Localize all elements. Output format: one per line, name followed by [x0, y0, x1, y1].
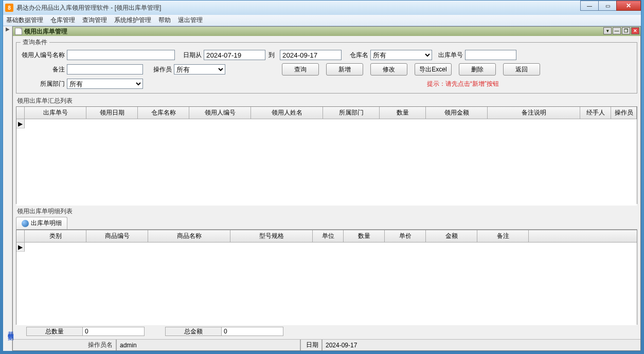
globe-icon — [22, 220, 29, 227]
child-minimize-button[interactable] — [613, 27, 621, 34]
detail-title: 领用出库单明细列表 — [16, 207, 637, 216]
menu-warehouse[interactable]: 仓库管理 — [50, 16, 75, 25]
title-bar: 8 易达办公用品出入库领用管理软件 - [领用出库单管理] — [3, 1, 641, 15]
requester-label: 领用人编号名称 — [21, 51, 65, 60]
dcol-qty[interactable]: 数量 — [344, 230, 385, 242]
dcol-unit[interactable]: 单位 — [313, 230, 344, 242]
menu-basic-data[interactable]: 基础数据管理 — [6, 16, 43, 25]
child-title: 领用出库单管理 — [24, 27, 67, 36]
date-to-label: 到 — [265, 51, 278, 60]
child-title-bar: 领用出库单管理 — [13, 27, 640, 36]
col-dept[interactable]: 所属部门 — [323, 107, 380, 119]
col-reqname[interactable]: 领用人姓名 — [251, 107, 323, 119]
operator-label: 操作员 — [146, 65, 172, 74]
dcol-remark[interactable]: 备注 — [477, 230, 529, 242]
status-date-label: 日期 — [301, 341, 321, 349]
window-title: 易达办公用品出入库领用管理软件 - [领用出库单管理] — [16, 4, 161, 12]
export-button[interactable]: 导出Excel — [415, 63, 452, 76]
delete-button[interactable]: 删除 — [459, 63, 496, 76]
dcol-spec[interactable]: 型号规格 — [230, 230, 313, 242]
query-panel: 查询条件 领用人编号名称 日期从 到 仓库名 所有 出库单号 — [16, 38, 637, 94]
warehouse-select[interactable]: 所有 — [370, 50, 432, 60]
status-op-label: 操作员名 — [13, 341, 116, 349]
query-button[interactable]: 查询 — [282, 63, 319, 76]
detail-grid[interactable]: 类别 商品编号 商品名称 型号规格 单位 数量 单价 金额 备注 — [16, 230, 637, 325]
col-operator[interactable]: 操作员 — [611, 107, 637, 119]
back-button[interactable]: 返回 — [503, 63, 540, 76]
app-icon: 8 — [5, 4, 13, 12]
document-icon — [15, 28, 22, 35]
row-indicator-icon: ▶ — [16, 243, 25, 252]
menu-system[interactable]: 系统维护管理 — [114, 16, 151, 25]
col-date[interactable]: 领用日期 — [86, 107, 138, 119]
col-docno[interactable]: 出库单号 — [25, 107, 86, 119]
col-reqno[interactable]: 领用人编号 — [189, 107, 251, 119]
child-close-button[interactable] — [631, 27, 639, 34]
add-button[interactable]: 新增 — [326, 63, 363, 76]
edit-button[interactable]: 修改 — [370, 63, 407, 76]
menu-exit[interactable]: 退出管理 — [178, 16, 203, 25]
docno-label: 出库单号 — [434, 51, 463, 60]
operator-select[interactable]: 所有 — [174, 64, 225, 74]
total-amt-value: 0 — [222, 327, 283, 336]
maximize-button[interactable] — [598, 1, 617, 11]
menubar: 基础数据管理 仓库管理 查询管理 系统维护管理 帮助 退出管理 — [3, 15, 641, 26]
row-indicator-icon: ▶ — [16, 119, 25, 128]
summary-title: 领用出库单汇总列表 — [16, 97, 637, 105]
dcol-category[interactable]: 类别 — [25, 230, 86, 242]
status-date-value: 2024-09-17 — [321, 340, 640, 350]
summary-grid[interactable]: 出库单号 领用日期 仓库名称 领用人编号 领用人姓名 所属部门 数量 领用金额 … — [16, 106, 637, 204]
docno-input[interactable] — [465, 50, 516, 60]
col-remark[interactable]: 备注说明 — [488, 107, 580, 119]
status-bar: 操作员名 admin 日期 2024-09-17 — [13, 339, 640, 350]
hint-text: 提示：请先点击“新增”按钮 — [427, 80, 499, 88]
warehouse-label: 仓库名 — [345, 51, 368, 60]
remark-input[interactable] — [67, 64, 143, 74]
dept-label: 所属部门 — [21, 80, 65, 88]
col-handler[interactable]: 经手人 — [580, 107, 611, 119]
child-dropdown-button[interactable] — [603, 27, 612, 34]
col-warehouse[interactable]: 仓库名称 — [138, 107, 189, 119]
side-vertical-text[interactable]: 基础数据 — [6, 326, 15, 330]
menu-query[interactable]: 查询管理 — [82, 16, 107, 25]
tab-detail[interactable]: 出库单明细 — [16, 217, 67, 229]
side-arrow-icon[interactable]: ▶ — [3, 26, 12, 32]
totals-bar: 总数量 0 总金额 0 — [16, 326, 637, 337]
dcol-code[interactable]: 商品编号 — [86, 230, 148, 242]
requester-input[interactable] — [67, 50, 175, 60]
date-to-input[interactable] — [280, 50, 342, 60]
dcol-name[interactable]: 商品名称 — [148, 230, 230, 242]
status-op-value: admin — [116, 340, 301, 350]
minimize-button[interactable] — [580, 1, 599, 11]
total-qty-value: 0 — [83, 327, 145, 336]
dept-select[interactable]: 所有 — [67, 79, 143, 89]
child-restore-button[interactable] — [622, 27, 630, 34]
total-amt-label: 总金额 — [165, 327, 222, 336]
tab-detail-label: 出库单明细 — [31, 219, 62, 228]
detail-tabs: 出库单明细 — [16, 217, 637, 230]
dcol-amount[interactable]: 金额 — [426, 230, 477, 242]
query-legend: 查询条件 — [21, 38, 49, 47]
remark-label: 备注 — [21, 65, 65, 74]
menu-help[interactable]: 帮助 — [158, 16, 171, 25]
dcol-price[interactable]: 单价 — [385, 230, 426, 242]
close-button[interactable] — [616, 1, 641, 11]
col-amount[interactable]: 领用金额 — [426, 107, 488, 119]
col-qty[interactable]: 数量 — [380, 107, 426, 119]
total-qty-label: 总数量 — [26, 327, 83, 336]
side-strip: ▶ — [3, 26, 12, 351]
date-from-input[interactable] — [204, 50, 265, 60]
date-from-label: 日期从 — [178, 51, 202, 60]
